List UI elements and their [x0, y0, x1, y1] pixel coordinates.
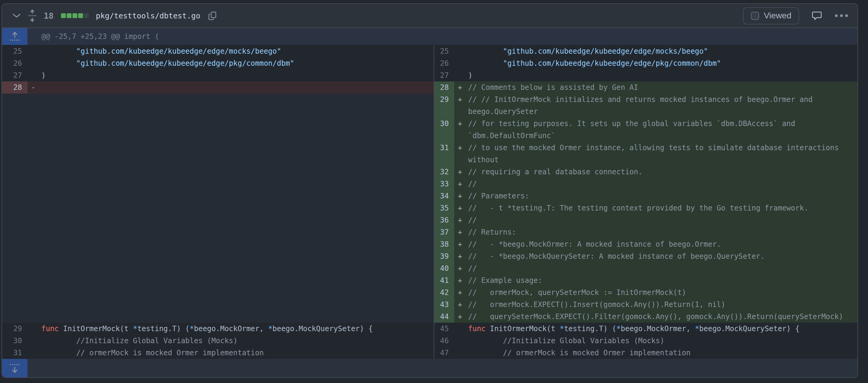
- diff-marker: +: [458, 190, 467, 202]
- line-number[interactable]: 37: [434, 226, 454, 238]
- line-number[interactable]: 42: [434, 286, 454, 299]
- line-number[interactable]: 31: [2, 347, 28, 359]
- chevron-down-icon[interactable]: [12, 13, 21, 19]
- file-path[interactable]: pkg/testtools/dbtest.go: [96, 11, 200, 20]
- line-number[interactable]: 40: [434, 263, 454, 274]
- code-segment: beego.MockQuerySeter) {: [699, 324, 800, 333]
- code-line: "github.com/kubeedge/kubeedge/edge/mocks…: [28, 45, 434, 57]
- line-number[interactable]: 26: [434, 57, 454, 69]
- code-segment: *: [133, 324, 137, 333]
- diff-row-right-44: 44+// querySeterMock.EXPECT().Filter(gom…: [434, 311, 858, 323]
- line-number[interactable]: 26: [2, 57, 28, 69]
- code-segment: *: [189, 324, 194, 333]
- line-number[interactable]: 30: [434, 117, 454, 142]
- diff-marker: +: [458, 142, 467, 154]
- line-number[interactable]: 45: [434, 323, 454, 335]
- line-number[interactable]: 47: [434, 347, 454, 359]
- code-line: +// // InitOrmerMock initializes and ret…: [454, 94, 858, 117]
- code-segment: beego.MockOrmer,: [194, 324, 268, 333]
- code-line: -: [28, 81, 434, 94]
- code-segment: ): [41, 71, 45, 80]
- diff-marker: +: [458, 299, 467, 311]
- code-line: +// querySeterMock.EXPECT().Filter(gomoc…: [454, 311, 858, 323]
- code-segment: // ormerMock is mocked Ormer implementat…: [468, 349, 690, 357]
- code-segment: // ormerMock is mocked Ormer implementat…: [41, 349, 264, 357]
- line-number[interactable]: 33: [434, 178, 454, 190]
- code-segment: [41, 47, 76, 56]
- diff-row-right-38: 38+// - *beego.MockOrmer: A mocked insta…: [434, 238, 858, 250]
- unfold-vertical-icon[interactable]: [28, 9, 36, 23]
- diff-file-card: 18 pkg/testtools/dbtest.go Viewed: [1, 3, 858, 378]
- line-number[interactable]: 28: [434, 81, 454, 94]
- code-segment: *: [560, 324, 564, 333]
- code-line: // ormerMock is mocked Ormer implementat…: [28, 347, 434, 359]
- diff-marker: +: [458, 263, 467, 274]
- diff-row-right-43: 43+// ormerMock.EXPECT().Insert(gomock.A…: [434, 299, 858, 311]
- diff-marker: +: [458, 286, 467, 299]
- hunk-header-row: @@ -25,7 +25,23 @@ import (: [2, 28, 858, 45]
- line-number[interactable]: 27: [434, 69, 454, 81]
- diff-marker: +: [458, 274, 467, 286]
- diffstat: [61, 13, 89, 18]
- line-number[interactable]: 25: [2, 45, 28, 57]
- line-number[interactable]: 30: [2, 335, 28, 347]
- line-number[interactable]: 38: [434, 238, 454, 250]
- diffstat-square-empty: [84, 13, 89, 18]
- line-number[interactable]: 34: [434, 190, 454, 202]
- code-segment: testing.T) (: [137, 324, 189, 333]
- line-number[interactable]: 29: [2, 323, 28, 335]
- copy-icon[interactable]: [208, 11, 217, 21]
- line-number[interactable]: 27: [2, 69, 28, 81]
- kebab-horizontal-icon[interactable]: [835, 14, 848, 18]
- diff-row-left-28: 28-: [2, 81, 434, 94]
- expand-up-button[interactable]: [2, 28, 28, 45]
- code-segment: // ormerMock.EXPECT().Insert(gomock.Any(…: [468, 300, 725, 309]
- line-number[interactable]: 31: [434, 142, 454, 166]
- expand-down-button[interactable]: [2, 359, 28, 377]
- code-segment: // Parameters:: [468, 192, 529, 200]
- line-number[interactable]: 32: [434, 166, 454, 178]
- line-number[interactable]: 25: [434, 45, 454, 57]
- diff-row-right-30: 30+// for testing purposes. It sets up t…: [434, 117, 858, 142]
- line-number[interactable]: 28: [2, 81, 28, 94]
- diff-row-right-37: 37+// Returns:: [434, 226, 858, 238]
- code-segment: // for testing purposes. It sets up the …: [468, 119, 800, 140]
- line-number[interactable]: 29: [434, 94, 454, 117]
- code-line: +// Parameters:: [454, 190, 858, 202]
- code-line: +//: [454, 214, 858, 226]
- diff-marker: +: [458, 117, 467, 130]
- code-segment: beego.MockQuerySeter) {: [273, 324, 373, 333]
- code-line: +// - *beego.MockOrmer: A mocked instanc…: [454, 238, 858, 250]
- code-segment: // querySeterMock.EXPECT().Filter(gomock…: [468, 312, 843, 321]
- line-number[interactable]: 46: [434, 335, 454, 347]
- line-number[interactable]: 41: [434, 274, 454, 286]
- code-segment: *: [695, 324, 699, 333]
- diff-marker: +: [458, 250, 467, 263]
- file-header-right: Viewed: [743, 7, 848, 25]
- code-segment: // ormerMock, querySeterMock := InitOrme…: [468, 288, 686, 297]
- line-number[interactable]: 39: [434, 250, 454, 263]
- diff-row-right-41: 41+// Example usage:: [434, 274, 858, 286]
- diff-row-right-26: 26 "github.com/kubeedge/kubeedge/edge/pk…: [434, 57, 858, 69]
- diff-row-left-25: 25 "github.com/kubeedge/kubeedge/edge/mo…: [2, 45, 434, 57]
- diff-marker: +: [458, 214, 467, 226]
- code-segment: [41, 59, 76, 68]
- hunk-header-text: @@ -25,7 +25,23 @@ import (: [41, 28, 159, 45]
- diff-row-right-36: 36+//: [434, 214, 858, 226]
- comment-bubble-icon[interactable]: [812, 11, 822, 21]
- line-number[interactable]: 35: [434, 202, 454, 214]
- diff-row-right-32: 32+// requiring a real database connecti…: [434, 166, 858, 178]
- code-line: +// ormerMock.EXPECT().Insert(gomock.Any…: [454, 299, 858, 311]
- code-segment: // Returns:: [468, 228, 516, 237]
- line-number[interactable]: 44: [434, 311, 454, 323]
- code-line: +//: [454, 178, 858, 190]
- code-segment: testing.T) (: [564, 324, 616, 333]
- line-number[interactable]: 43: [434, 299, 454, 311]
- diff-row-right-29: 29+// // InitOrmerMock initializes and r…: [434, 94, 858, 117]
- code-line: // ormerMock is mocked Ormer implementat…: [454, 347, 858, 359]
- viewed-button[interactable]: Viewed: [743, 7, 799, 25]
- line-number[interactable]: 36: [434, 214, 454, 226]
- viewed-checkbox[interactable]: [751, 12, 759, 20]
- diff-body: 25 "github.com/kubeedge/kubeedge/edge/mo…: [2, 45, 858, 359]
- diff-marker: +: [458, 311, 467, 323]
